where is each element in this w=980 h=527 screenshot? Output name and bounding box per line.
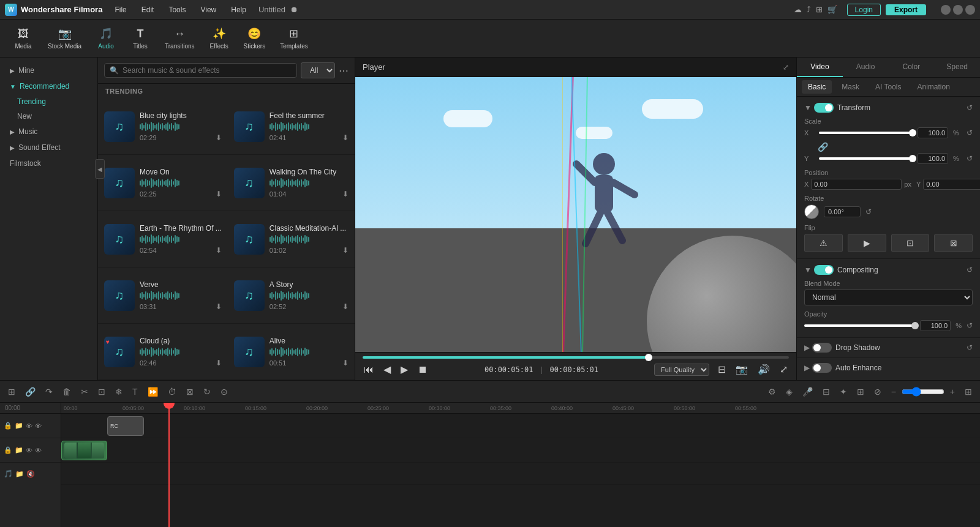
track1-eye-icon[interactable]: 👁 [26,422,32,430]
frame-back-button[interactable]: ◀ [382,362,392,376]
scale-y-thumb[interactable] [909,155,916,162]
track1-show-icon[interactable]: 👁 [35,422,42,430]
download-icon-5[interactable]: ⬇ [342,246,349,255]
tl-crop-button[interactable]: ⊡ [95,385,108,398]
music-item-4[interactable]: ♫Earth - The Rhythm Of ...02:54⬇ [98,211,228,267]
compositing-toggle[interactable] [814,265,834,275]
tl-markers-button[interactable]: ◈ [783,385,796,398]
scale-lock-icon[interactable]: 🔗 [818,142,828,152]
tl-remove-button[interactable]: ⊘ [871,385,884,398]
flip-play-button[interactable]: ▶ [848,234,886,252]
music-item-0[interactable]: ♫Blue city lights02:29⬇ [98,99,228,155]
volume-button[interactable]: 🔊 [756,362,771,376]
subtab-mask[interactable]: Mask [835,80,865,94]
opacity-slider[interactable] [804,324,915,327]
transform-expand-icon[interactable]: ▼ [804,103,812,112]
sidebar-item-recommended[interactable]: ▼ Recommended [0,78,97,94]
music-item-9[interactable]: ♫Alive00:51⬇ [228,324,355,380]
music-item-3[interactable]: ♫Walking On The City01:04⬇ [228,155,355,211]
tl-snap-button[interactable]: ⊟ [820,385,833,398]
subtab-basic[interactable]: Basic [802,80,832,94]
export-button[interactable]: Export [886,4,926,15]
download-icon-7[interactable]: ⬇ [342,302,349,311]
music-item-6[interactable]: ♫Verve03:31⬇ [98,267,228,324]
tl-mask-button[interactable]: ⊝ [217,385,231,398]
tl-speed-button[interactable]: ⏩ [145,385,161,398]
compositing-reset-icon[interactable]: ↺ [967,266,973,274]
download-icon-3[interactable]: ⬇ [342,190,349,198]
track1-folder-icon[interactable]: 📁 [15,422,23,430]
track2-eye-icon[interactable]: 👁 [26,447,32,454]
tab-video[interactable]: Video [797,58,843,77]
sidebar-item-music[interactable]: ▶ Music [0,124,97,140]
track2-folder-icon[interactable]: 📁 [15,446,23,454]
download-icon-0[interactable]: ⬇ [216,133,222,142]
skip-back-button[interactable]: ⏮ [363,363,375,376]
search-input[interactable] [123,66,292,75]
tl-redo-button[interactable]: ↷ [42,385,56,398]
tool-templates[interactable]: ⊞ Templates [274,24,314,52]
zoom-slider[interactable] [902,387,944,397]
sidebar-item-new[interactable]: New [0,109,97,124]
music-item-8[interactable]: ♫♥Cloud (a)02:46⬇ [98,324,228,380]
menu-help[interactable]: Help [228,4,249,15]
tool-transitions[interactable]: ↔ Transitions [159,25,201,52]
more-options-button[interactable]: ⋯ [339,65,349,77]
sidebar-item-sound-effect[interactable]: ▶ Sound Effect [0,140,97,155]
scale-x-value[interactable] [918,127,948,138]
position-y-input[interactable] [923,179,980,190]
progress-thumb[interactable] [645,354,652,361]
download-icon-6[interactable]: ⬇ [216,302,222,311]
opacity-input[interactable] [920,320,951,331]
auto-enhance-toggle[interactable] [812,363,832,373]
download-icon-2[interactable]: ⬇ [216,190,222,198]
tl-freeze-button[interactable]: ❄ [112,385,126,398]
scale-y-value[interactable] [918,153,948,164]
panel-collapse-button[interactable]: ◀ [95,159,105,179]
music-item-1[interactable]: ♫Feel the summer02:41⬇ [228,99,355,155]
tool-stickers[interactable]: 😊 Stickers [238,24,272,52]
sidebar-item-filmstock[interactable]: Filmstock [0,155,97,171]
rotate-reset[interactable]: ↺ [865,207,872,216]
player-expand-icon[interactable]: ⤢ [783,63,789,72]
progress-bar[interactable] [363,356,789,359]
tl-settings-button[interactable]: ⚙ [765,385,779,398]
tl-audio-button[interactable]: 🎤 [799,385,816,398]
login-button[interactable]: Login [847,4,881,16]
tool-titles[interactable]: T Titles [124,25,156,52]
scale-x-reset[interactable]: ↺ [967,129,973,137]
tl-rotate-button[interactable]: ↻ [200,385,214,398]
tl-link-button[interactable]: 🔗 [22,385,39,398]
tl-fit-button[interactable]: ⊠ [183,385,197,398]
scale-x-slider[interactable] [819,132,913,134]
tool-effects[interactable]: ✨ Effects [203,24,235,52]
tl-cut-button[interactable]: ✂ [78,385,91,398]
menu-file[interactable]: File [112,4,129,15]
track2-lock-icon[interactable]: 🔒 [4,446,12,454]
tool-audio[interactable]: 🎵 Audio [90,24,122,52]
download-icon-8[interactable]: ⬇ [216,359,222,367]
scale-y-slider[interactable] [819,157,913,160]
music-item-5[interactable]: ♫Classic Meditation-Al ...01:02⬇ [228,211,355,267]
play-button[interactable]: ▶ [399,362,409,376]
auto-enhance-expand-icon[interactable]: ▶ [804,364,810,372]
fit-screen-button[interactable]: ⊟ [717,362,727,376]
close-button[interactable] [965,5,975,15]
position-x-input[interactable] [811,179,902,190]
transform-reset-icon[interactable]: ↺ [967,103,973,112]
download-icon-1[interactable]: ⬇ [342,133,349,142]
download-icon-9[interactable]: ⬇ [342,359,349,367]
music-item-7[interactable]: ♫A Story02:52⬇ [228,267,355,324]
video-clip[interactable] [61,441,107,460]
rotate-dial[interactable] [804,204,819,219]
tl-delete-button[interactable]: 🗑 [59,385,74,398]
tl-timer-button[interactable]: ⏱ [165,385,179,398]
snapshot-button[interactable]: 📷 [734,362,749,376]
tl-split-button[interactable]: ⊞ [5,385,18,398]
zoom-out-button[interactable]: − [888,385,899,398]
scale-y-reset[interactable]: ↺ [967,154,973,163]
download-icon-4[interactable]: ⬇ [216,246,222,255]
compositing-expand-icon[interactable]: ▼ [804,266,812,274]
quality-select[interactable]: Full Quality [654,364,709,376]
maximize-button[interactable] [953,5,963,15]
